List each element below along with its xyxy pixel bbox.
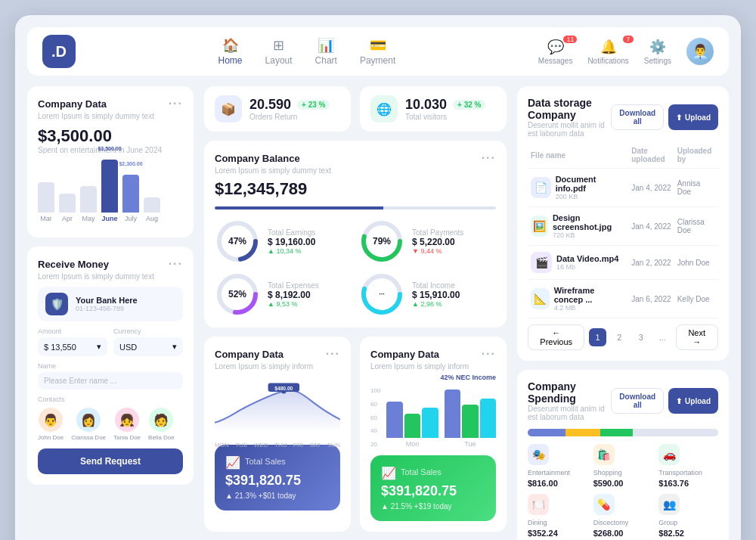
messages-icon: 💬 (547, 39, 564, 55)
svg-text:$480.00: $480.00 (274, 386, 293, 392)
total-sales-2-label: Total Sales (401, 467, 442, 476)
contacts-row: 👨 John Doe 👩 Clarissa Doe 👧 Tania Doe 🧑 … (38, 408, 183, 441)
col-filename: File name (528, 142, 628, 169)
notifications-btn[interactable]: 🔔 7 Notifications (587, 39, 628, 65)
donut-payments-amount: $ 5,220.00 (412, 237, 463, 247)
payment-icon: 💳 (370, 37, 386, 54)
nav-home[interactable]: 🏠 Home (218, 37, 243, 66)
orders-label: Orders Return (249, 113, 330, 121)
name-input[interactable]: Please Enter name ... (38, 372, 183, 389)
donut-payments: 79% Total Payments $ 5,220.00 ▼ 9,44 % (359, 219, 496, 264)
logo: .D (42, 35, 76, 68)
main-grid: Company Data ··· Lorem Ipsum is simply d… (27, 86, 729, 540)
avatar[interactable]: 👨‍💼 (686, 38, 714, 65)
donut-income-label: Total Income (412, 281, 460, 290)
total-sales-2-icon: 📈 (381, 466, 396, 480)
contact-bella[interactable]: 🧑 Bella Doe (148, 408, 175, 441)
nav-chart[interactable]: 📊 Chart (315, 37, 337, 66)
contact-john[interactable]: 👨 John Doe (38, 408, 64, 441)
company-data-menu[interactable]: ··· (169, 97, 183, 110)
settings-btn[interactable]: ⚙️ Settings (644, 39, 671, 65)
group-amount: $82.52 (658, 529, 718, 538)
contact-bella-avatar: 🧑 (149, 408, 173, 432)
contact-tania-name: Tania Doe (113, 434, 141, 441)
amount-group: Amount $ 13,550 ▾ (38, 327, 107, 356)
prev-page-button[interactable]: ← Previous (528, 324, 584, 350)
spending-upload-button[interactable]: ⬆ Upload (668, 388, 718, 414)
bar-chart-menu[interactable]: ··· (482, 347, 496, 361)
data-storage-subtitle: Deserunt mollit anim id est laborum data (528, 121, 611, 138)
page-2[interactable]: 2 (611, 328, 628, 346)
bank-num: 01-123-456-789 (76, 305, 175, 312)
donut-income: ··· Total Income $ 15,910.00 ▲ 2,96 % (359, 272, 496, 317)
donut-expenses: 52% Total Expenses $ 8,192.00 ▲ 9,53 % (215, 272, 352, 317)
contact-clarissa-name: Clarissa Doe (71, 434, 106, 441)
visitors-icon: 🌐 (370, 95, 398, 123)
top-nav: .D 🏠 Home ⊞ Layout 📊 Chart 💳 Payment 💬 (27, 27, 729, 76)
upload-icon: ⬆ (676, 113, 682, 122)
entertainment-amount: $816.00 (528, 479, 587, 488)
donut-expenses-pct: 52% (228, 289, 246, 299)
spending-group: 👥 Group $82.52 (658, 494, 718, 538)
total-sales-2-amount: $391,820.75 (381, 483, 485, 499)
left-panel: Company Data ··· Lorem Ipsum is simply d… (27, 86, 194, 540)
page-3[interactable]: 3 (632, 328, 649, 346)
nav-chart-label: Chart (315, 55, 337, 66)
line-chart-card: Company Data ··· Lorem Ipsum is simply i… (204, 337, 351, 532)
donut-income-pct: ··· (379, 290, 385, 298)
nav-items: 🏠 Home ⊞ Layout 📊 Chart 💳 Payment (218, 37, 396, 66)
bar-may: May (80, 186, 97, 222)
donut-payments-pct: 79% (373, 236, 391, 247)
col-date: Date uploaded (628, 142, 674, 169)
spending-dining: 🍽️ Dining $352.24 (528, 494, 587, 538)
contact-tania[interactable]: 👧 Tania Doe (113, 408, 141, 441)
amount-input[interactable]: $ 13,550 ▾ (38, 337, 107, 356)
discectomy-icon: 💊 (593, 494, 615, 515)
donut-expenses-amount: $ 8,192.00 (268, 290, 319, 300)
visitors-label: Total visitors (405, 113, 485, 121)
donut-earnings-pct: 47% (228, 236, 246, 247)
nav-layout[interactable]: ⊞ Layout (265, 37, 293, 66)
bank-row: 🛡️ Your Bank Here 01-123-456-789 (38, 287, 183, 321)
receive-money-title: Receive Money (38, 259, 109, 270)
send-request-button[interactable]: Send Request (38, 448, 183, 474)
donut-income-amount: $ 15,910.00 (412, 290, 460, 300)
spending-download-button[interactable]: Download all (611, 388, 664, 414)
contact-clarissa[interactable]: 👩 Clarissa Doe (71, 408, 106, 441)
bell-icon: 🔔 (600, 39, 617, 55)
total-sales-1-label: Total Sales (245, 457, 286, 466)
group-label: Group (658, 519, 718, 526)
messages-btn[interactable]: 💬 11 Messages (538, 39, 573, 65)
pagination: ← Previous 1 2 3 ... Next → (528, 324, 718, 350)
balance-amount: $12,345,789 (215, 179, 496, 199)
receive-money-card: Receive Money ··· Lorem Ipsum is simply … (27, 247, 194, 485)
currency-group: Currency USD ▾ (113, 327, 183, 356)
receive-money-menu[interactable]: ··· (169, 257, 183, 271)
nav-payment[interactable]: 💳 Payment (360, 37, 395, 66)
bar-chart-card: Company Data ··· Lorem Ipsum is simply i… (360, 337, 507, 532)
line-chart-menu[interactable]: ··· (326, 347, 340, 361)
donut-expenses-label: Total Expenses (268, 281, 319, 290)
upload-button[interactable]: ⬆ Upload (668, 104, 718, 130)
file-row: 🎬 Data Video.mp4 16 Mb Jan 2, 2022 John … (528, 246, 718, 280)
page-1[interactable]: 1 (589, 328, 606, 346)
download-all-button[interactable]: Download all (611, 104, 664, 130)
balance-menu[interactable]: ··· (482, 151, 496, 165)
amount-currency-row: Amount $ 13,550 ▾ Currency USD ▾ (38, 327, 183, 356)
file-row: 📄 Document info.pdf 200 KB Jan 4, 2022 A… (528, 169, 718, 207)
discectomy-label: Discectomy (593, 519, 653, 526)
gear-icon: ⚙️ (649, 39, 666, 55)
notifications-badge: 7 (623, 36, 634, 43)
home-icon: 🏠 (222, 37, 239, 54)
transportation-label: Transportation (658, 469, 718, 476)
bar-july: $2,300.00 July (122, 175, 139, 222)
name-group: Name Please Enter name ... (38, 362, 183, 389)
orders-icon: 📦 (215, 95, 242, 123)
next-page-button[interactable]: Next → (676, 324, 718, 350)
col-uploader: Uploaded by (674, 142, 718, 169)
spending-grid: 🎭 Entertainment $816.00 🛍️ Shopping $590… (528, 444, 718, 538)
total-sales-1-card: 📈 Total Sales $391,820.75 ▲ 21.3% +$01 t… (215, 445, 340, 511)
bar-june: $3,500.00 June (101, 160, 118, 222)
currency-input[interactable]: USD ▾ (113, 337, 183, 356)
donut-expenses-change: ▲ 9,53 % (268, 300, 319, 308)
